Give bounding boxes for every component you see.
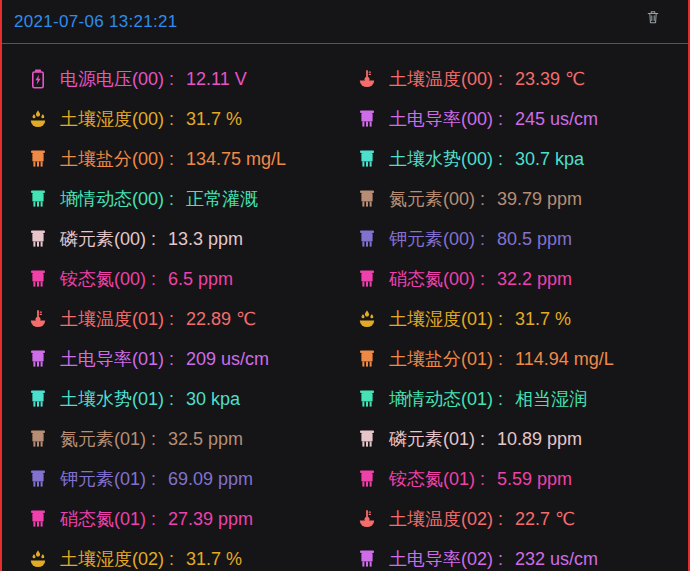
sensor-label: 电源电压(00) [60,67,164,91]
chip-icon [357,429,377,449]
sensor-item-soil-conductivity-02: 土电导率(02) : 232 us/cm [345,539,688,571]
sensor-item-phosphorus-00: 磷元素(00) : 13.3 ppm [2,219,345,259]
sensor-item-soil-water-potential-00: 土壤水势(00) : 30.7 kpa [345,139,688,179]
sensor-label: 土电导率(01) [60,347,164,371]
sensor-separator: : [151,429,156,450]
sensor-separator: : [480,429,485,450]
sensor-value: 31.7 % [186,109,242,130]
sensor-item-soil-conductivity-00: 土电导率(00) : 245 us/cm [345,99,688,139]
sensor-label: 墒情动态(00) [60,187,164,211]
sensor-label: 土壤湿度(01) [389,307,493,331]
sensor-item-potassium-01: 钾元素(01) : 69.09 ppm [2,459,345,499]
sensor-item-soil-temperature-00: 土壤温度(00) : 23.39 ℃ [345,59,688,99]
chip-icon [28,349,48,369]
sensor-label: 铵态氮(01) [389,467,475,491]
chip-icon [357,469,377,489]
sensor-value: 209 us/cm [186,349,269,370]
sensor-item-soil-conductivity-01: 土电导率(01) : 209 us/cm [2,339,345,379]
sensor-item-nitrogen-01: 氮元素(01) : 32.5 ppm [2,419,345,459]
sensor-item-ammonium-nitrogen-00: 铵态氮(00) : 6.5 ppm [2,259,345,299]
sensor-item-soil-humidity-02: 土壤湿度(02) : 31.7 % [2,539,345,571]
sensor-item-moisture-status-00: 墒情动态(00) : 正常灌溉 [2,179,345,219]
sensor-separator: : [169,349,174,370]
sensor-value: 80.5 ppm [497,229,572,250]
sensor-item-nitrate-nitrogen-00: 硝态氮(00) : 32.2 ppm [345,259,688,299]
sensor-item-soil-water-potential-01: 土壤水势(01) : 30 kpa [2,379,345,419]
chip-icon [357,229,377,249]
thermo-bowl-icon [357,509,377,529]
sensor-item-soil-temperature-01: 土壤温度(01) : 22.89 ℃ [2,299,345,339]
sensor-label: 土壤湿度(00) [60,107,164,131]
chip-icon [357,389,377,409]
chip-icon [357,549,377,569]
sensor-item-soil-humidity-00: 土壤湿度(00) : 31.7 % [2,99,345,139]
panel-header: 2021-07-06 13:21:21 [2,0,688,44]
sensor-label: 硝态氮(01) [60,507,146,531]
sensor-separator: : [498,69,503,90]
sensor-value: 232 us/cm [515,549,598,570]
chip-icon [28,149,48,169]
sensor-separator: : [480,189,485,210]
chip-icon [357,349,377,369]
chip-icon [28,429,48,449]
sensor-value: 22.7 ℃ [515,508,575,530]
sensor-label: 铵态氮(00) [60,267,146,291]
sensor-item-soil-salinity-01: 土壤盐分(01) : 114.94 mg/L [345,339,688,379]
thermo-bowl-icon [357,69,377,89]
chip-icon [357,189,377,209]
sensor-label: 氮元素(01) [60,427,146,451]
sensor-label: 氮元素(00) [389,187,475,211]
chip-icon [357,109,377,129]
sensor-value: 6.5 ppm [168,269,233,290]
sensor-value: 22.89 ℃ [186,308,256,330]
delete-button[interactable] [644,8,662,26]
sensor-item-phosphorus-01: 磷元素(01) : 10.89 ppm [345,419,688,459]
sensor-separator: : [151,509,156,530]
sensor-label: 土壤盐分(01) [389,347,493,371]
sensor-value: 245 us/cm [515,109,598,130]
sensor-item-soil-salinity-00: 土壤盐分(00) : 134.75 mg/L [2,139,345,179]
sensor-label: 土壤温度(00) [389,67,493,91]
sensor-separator: : [498,389,503,410]
trash-icon [645,9,661,25]
sensor-label: 墒情动态(01) [389,387,493,411]
sensor-label: 土壤湿度(02) [60,547,164,571]
sensor-label: 钾元素(01) [60,467,146,491]
sensor-item-ammonium-nitrogen-01: 铵态氮(01) : 5.59 ppm [345,459,688,499]
sensor-value: 27.39 ppm [168,509,253,530]
sensor-grid: 电源电压(00) : 12.11 V 土壤温度(00) : 23.39 ℃ 土壤… [2,59,688,571]
sensor-separator: : [169,189,174,210]
sensor-value: 31.7 % [186,549,242,570]
sensor-label: 土壤水势(00) [389,147,493,171]
sensor-item-nitrate-nitrogen-01: 硝态氮(01) : 27.39 ppm [2,499,345,539]
sensor-value: 30.7 kpa [515,149,584,170]
sensor-separator: : [151,469,156,490]
chip-icon [28,269,48,289]
sensor-label: 硝态氮(00) [389,267,475,291]
sensor-value: 相当湿润 [515,387,587,411]
sensor-value: 39.79 ppm [497,189,582,210]
sensor-separator: : [480,269,485,290]
drops-bowl-icon [28,549,48,569]
sensor-label: 土壤温度(01) [60,307,164,331]
chip-icon [357,149,377,169]
sensor-separator: : [169,309,174,330]
sensor-value: 134.75 mg/L [186,149,286,170]
chip-icon [28,189,48,209]
chip-icon [28,509,48,529]
thermo-bowl-icon [28,309,48,329]
sensor-item-power-voltage-00: 电源电压(00) : 12.11 V [2,59,345,99]
sensor-label: 土壤盐分(00) [60,147,164,171]
sensor-separator: : [480,469,485,490]
sensor-value: 31.7 % [515,309,571,330]
battery-icon [28,69,48,89]
sensor-item-soil-humidity-01: 土壤湿度(01) : 31.7 % [345,299,688,339]
sensor-item-potassium-00: 钾元素(00) : 80.5 ppm [345,219,688,259]
sensor-value: 10.89 ppm [497,429,582,450]
sensor-value: 正常灌溉 [186,187,258,211]
sensor-separator: : [498,509,503,530]
sensor-separator: : [498,309,503,330]
chip-icon [357,269,377,289]
sensor-label: 磷元素(01) [389,427,475,451]
sensor-separator: : [169,389,174,410]
